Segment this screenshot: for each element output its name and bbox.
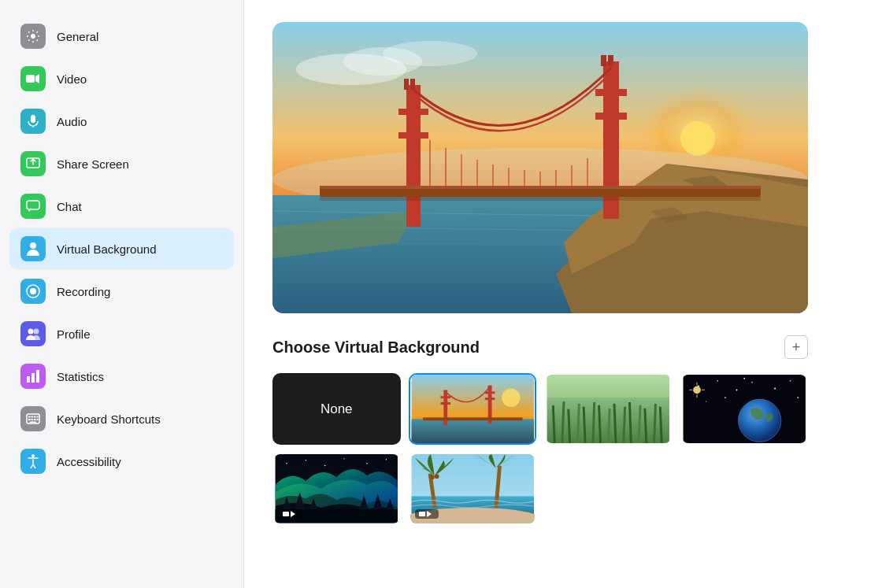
empty-slot-2 (680, 453, 809, 524)
svg-rect-20 (28, 419, 31, 420)
svg-point-118 (366, 463, 368, 464)
svg-rect-41 (398, 109, 428, 115)
svg-point-114 (286, 463, 287, 464)
svg-point-0 (31, 34, 35, 39)
sidebar-item-statistics[interactable]: Statistics (9, 356, 234, 397)
sidebar-item-keyboard[interactable]: Keyboard Shortcuts (9, 398, 234, 439)
none-label: None (321, 401, 353, 417)
accessibility-label: Accessibility (57, 455, 121, 468)
svg-point-25 (32, 454, 35, 457)
svg-rect-71 (440, 396, 450, 398)
svg-rect-46 (595, 89, 627, 96)
svg-rect-74 (484, 391, 495, 394)
svg-rect-72 (440, 402, 450, 405)
svg-point-96 (717, 380, 718, 382)
virtualbg-icon (20, 236, 46, 261)
svg-point-116 (324, 465, 326, 467)
video-label: Video (57, 72, 87, 86)
sidebar-item-profile[interactable]: Profile (9, 313, 234, 354)
svg-point-115 (306, 460, 306, 460)
preview-image (272, 22, 808, 313)
svg-point-101 (706, 401, 706, 401)
sidebar-item-chat[interactable]: Chat (9, 186, 234, 227)
svg-rect-68 (411, 419, 533, 443)
keyboard-label: Keyboard Shortcuts (57, 412, 161, 426)
svg-rect-48 (601, 55, 606, 66)
svg-rect-40 (406, 85, 421, 227)
sidebar-item-video[interactable]: Video (9, 58, 234, 99)
sidebar: GeneralVideoAudioShare ScreenChatVirtual… (0, 0, 244, 588)
svg-point-133 (434, 475, 439, 479)
svg-rect-42 (398, 132, 428, 139)
svg-rect-3 (31, 115, 35, 123)
background-grid-row2 (272, 453, 808, 524)
sidebar-item-audio[interactable]: Audio (9, 101, 234, 142)
video-icon-overlay-beach (415, 509, 439, 519)
bg-option-aurora[interactable] (272, 453, 401, 524)
sidebar-item-accessibility[interactable]: Accessibility (9, 441, 234, 482)
sidebar-item-virtualbg[interactable]: Virtual Background (9, 228, 234, 269)
svg-rect-1 (26, 75, 35, 83)
main-content: Choose Virtual Background + None (244, 0, 882, 588)
svg-point-100 (789, 380, 791, 382)
svg-point-9 (30, 288, 36, 294)
empty-slot-1 (544, 453, 673, 524)
add-background-button[interactable]: + (784, 335, 808, 359)
svg-rect-93 (547, 375, 669, 398)
recording-icon (20, 279, 46, 304)
bg-option-golden-gate[interactable] (409, 373, 537, 445)
svg-line-84 (599, 405, 601, 444)
bg-option-none[interactable]: None (272, 373, 401, 445)
svg-line-87 (624, 407, 625, 444)
svg-point-99 (774, 388, 776, 390)
accessibility-icon (20, 449, 46, 474)
svg-rect-13 (32, 373, 35, 383)
svg-point-10 (28, 329, 34, 335)
sidebar-item-recording[interactable]: Recording (9, 271, 234, 312)
svg-rect-6 (27, 201, 39, 209)
general-label: General (57, 30, 98, 43)
bg-option-beach[interactable] (409, 453, 537, 524)
virtualbg-label: Virtual Background (57, 242, 156, 256)
chat-icon (20, 194, 46, 219)
svg-line-85 (608, 409, 610, 444)
svg-rect-44 (410, 79, 415, 90)
svg-line-83 (593, 402, 595, 443)
sharescreen-label: Share Screen (57, 157, 129, 171)
bg-option-grass[interactable] (544, 373, 673, 445)
svg-rect-17 (32, 416, 34, 418)
sidebar-item-sharescreen[interactable]: Share Screen (9, 143, 234, 184)
svg-line-86 (614, 404, 616, 444)
svg-line-80 (569, 409, 570, 444)
general-icon (20, 24, 46, 49)
svg-line-81 (577, 404, 579, 444)
svg-point-98 (751, 382, 753, 383)
svg-rect-23 (37, 419, 39, 420)
keyboard-icon (20, 406, 46, 431)
svg-point-29 (680, 121, 715, 156)
profile-label: Profile (57, 327, 91, 341)
svg-point-66 (383, 41, 477, 66)
profile-icon (20, 321, 46, 346)
svg-rect-63 (320, 197, 761, 201)
svg-line-89 (639, 405, 640, 444)
svg-point-103 (743, 378, 745, 379)
bg-option-space[interactable] (680, 373, 809, 445)
svg-point-132 (429, 475, 434, 480)
svg-marker-135 (427, 511, 432, 517)
svg-point-108 (693, 386, 701, 394)
svg-line-91 (654, 404, 656, 444)
svg-point-7 (30, 242, 36, 249)
svg-line-90 (645, 409, 647, 444)
recording-label: Recording (57, 285, 110, 298)
svg-rect-43 (404, 79, 409, 90)
sidebar-item-general[interactable]: General (9, 16, 234, 57)
svg-line-82 (584, 407, 585, 444)
svg-line-79 (562, 401, 564, 443)
svg-rect-18 (34, 416, 36, 418)
svg-rect-21 (32, 419, 34, 420)
sharescreen-icon (20, 151, 46, 176)
svg-point-69 (502, 388, 520, 406)
audio-icon (20, 109, 46, 134)
svg-rect-19 (37, 416, 39, 418)
